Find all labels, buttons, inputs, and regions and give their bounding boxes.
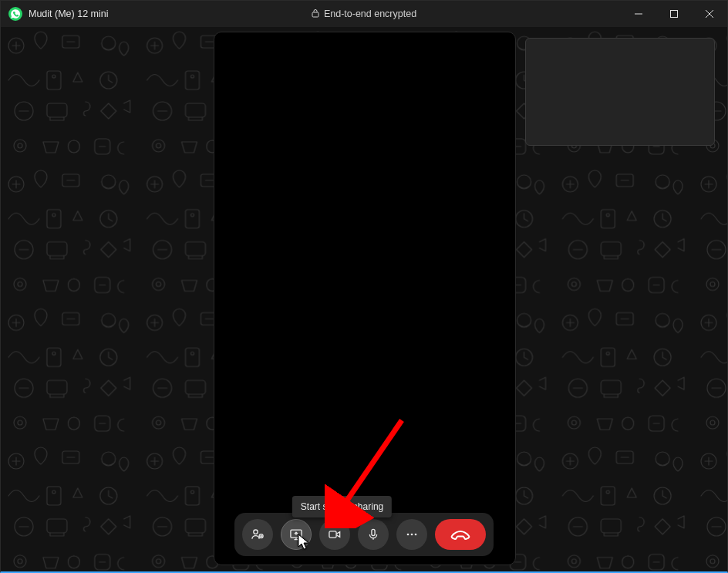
main-participant-video[interactable]	[214, 32, 516, 565]
end-call-icon	[450, 527, 471, 542]
end-call-button[interactable]	[435, 519, 486, 550]
video-icon	[327, 527, 342, 542]
add-participant-button[interactable]	[242, 519, 273, 550]
mic-toggle-button[interactable]	[358, 519, 389, 550]
call-controls-bar	[234, 513, 494, 556]
svg-point-16	[254, 530, 258, 534]
titlebar-left: Mudit (Me) 12 mini	[1, 7, 109, 21]
tooltip-text: Start screen sharing	[301, 501, 383, 512]
lock-icon	[312, 8, 319, 19]
titlebar: Mudit (Me) 12 mini End-to-end encrypted	[1, 1, 727, 27]
mic-icon	[366, 527, 381, 542]
minimize-button[interactable]	[621, 1, 656, 27]
maximize-button[interactable]	[656, 1, 692, 27]
svg-rect-20	[372, 529, 375, 535]
screen-share-tooltip: Start screen sharing	[292, 496, 392, 517]
svg-point-23	[415, 534, 417, 536]
encryption-indicator: End-to-end encrypted	[1, 1, 727, 27]
app-window: Mudit (Me) 12 mini End-to-end encrypted	[0, 0, 728, 573]
svg-rect-19	[329, 531, 336, 538]
self-preview-video[interactable]	[525, 38, 715, 146]
encryption-label: End-to-end encrypted	[324, 8, 416, 19]
svg-point-22	[411, 534, 413, 536]
whatsapp-logo-icon	[8, 7, 22, 21]
screen-share-icon	[288, 527, 304, 542]
close-button[interactable]	[692, 1, 727, 27]
svg-rect-0	[312, 12, 318, 17]
more-options-button[interactable]	[396, 519, 427, 550]
video-toggle-button[interactable]	[319, 519, 350, 550]
call-title: Mudit (Me) 12 mini	[29, 8, 109, 19]
more-icon	[404, 527, 420, 542]
window-controls	[621, 1, 727, 27]
call-content: Start screen sharing	[1, 27, 727, 571]
svg-point-21	[407, 534, 410, 536]
svg-rect-2	[671, 11, 678, 18]
screen-share-button[interactable]	[281, 519, 312, 550]
add-participant-icon	[250, 527, 265, 542]
